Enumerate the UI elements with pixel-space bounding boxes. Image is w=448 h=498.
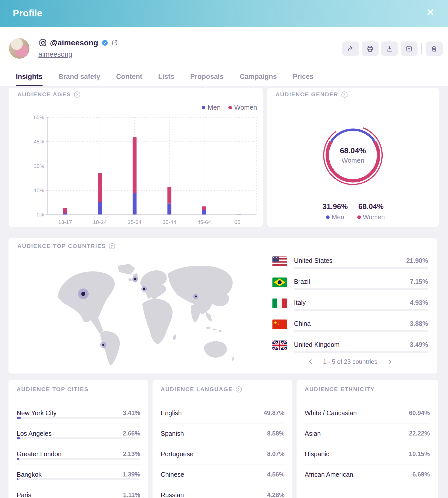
ages-card-title-row: AUDIENCE AGES ? [17, 91, 80, 98]
tab-bar: Insights Brand safety Content Lists Prop… [0, 72, 448, 86]
trash-icon [431, 45, 438, 52]
audience-gender-card: AUDIENCE GENDER ? 68.04% Women 31.96% Me… [267, 88, 439, 227]
instagram-icon [39, 39, 47, 47]
svg-text:0%: 0% [37, 212, 44, 217]
tab-proposals[interactable]: Proposals [190, 73, 224, 86]
close-icon[interactable]: ✕ [426, 7, 435, 17]
men-dot-icon [202, 106, 205, 109]
download-icon [386, 45, 393, 52]
svg-text:45-64: 45-64 [197, 219, 211, 225]
print-button[interactable] [362, 42, 379, 56]
city-row: Los Angeles2.66% [17, 423, 140, 444]
progress-track [17, 458, 140, 460]
svg-text:25-34: 25-34 [128, 219, 141, 225]
profile-handle-row: @aimeesong [39, 38, 118, 47]
flag-it-icon [272, 298, 287, 308]
help-icon[interactable]: ? [341, 91, 348, 98]
city-row: Greater London2.13% [17, 444, 140, 464]
countries-card-title-row: AUDIENCE TOP COUNTRIES ? [17, 243, 115, 250]
progress-fill [17, 478, 18, 480]
svg-text:60%: 60% [34, 115, 44, 120]
country-row: United Kingdom 3.49% [272, 336, 428, 357]
gender-card-title-row: AUDIENCE GENDER ? [276, 91, 348, 98]
tab-insights[interactable]: Insights [16, 73, 43, 86]
help-icon[interactable]: ? [236, 386, 242, 392]
ethnicity-list: White / Caucasian60.94% Asian22.22% Hisp… [305, 403, 430, 485]
women-dot-icon [228, 106, 232, 109]
cities-card-title: AUDIENCE TOP CITIES [17, 386, 88, 393]
svg-text:35-44: 35-44 [162, 219, 176, 225]
gender-center-label: Women [341, 157, 364, 164]
language-row: Chinese4.56% [161, 464, 284, 485]
modal-header: Profile ✕ [0, 0, 448, 27]
svg-text:30%: 30% [34, 163, 44, 169]
language-card-title-row: AUDIENCE LANGUAGE ? [161, 386, 242, 393]
tab-prices[interactable]: Prices [293, 73, 313, 86]
cities-list: New York City3.41% Los Angeles2.66% Grea… [17, 403, 140, 498]
progress-fill [17, 437, 20, 439]
ethnicity-card-title: AUDIENCE ETHNICITY [305, 386, 375, 393]
city-row: Bangkok1.39% [17, 464, 140, 485]
legend-item-men: Men [202, 103, 221, 111]
help-icon[interactable]: ? [109, 243, 115, 249]
progress-track [17, 417, 140, 419]
modal-title: Profile [13, 8, 42, 19]
avatar [9, 38, 29, 59]
svg-text:13-17: 13-17 [58, 219, 72, 225]
countries-pagination: 1 - 5 of 23 countries [272, 358, 428, 365]
ethnicity-row: Hispanic10.15% [305, 444, 430, 464]
share-icon [347, 45, 354, 52]
legend-item-women: Women [228, 103, 257, 111]
countries-list: United States 21.90% Brazil 7.15% Italy … [272, 252, 428, 357]
flag-cn-icon [272, 319, 287, 329]
country-row: China 3.88% [272, 315, 428, 336]
country-row: Italy 4.93% [272, 294, 428, 315]
world-map [52, 259, 237, 366]
download-button[interactable] [381, 42, 398, 56]
profile-handle: @aimeesong [50, 38, 98, 47]
username-link[interactable]: aimeesong [38, 50, 72, 58]
progress-fill [17, 458, 19, 460]
external-link-icon[interactable] [111, 39, 118, 46]
tab-lists[interactable]: Lists [158, 73, 174, 86]
progress-track [294, 309, 428, 311]
gender-center-value: 68.04% [340, 146, 366, 155]
flag-br-icon [272, 277, 287, 287]
svg-text:65+: 65+ [234, 219, 243, 225]
progress-track [294, 267, 428, 269]
women-dot-icon [357, 215, 361, 219]
help-icon[interactable]: ? [74, 91, 80, 98]
progress-track [294, 351, 428, 353]
flag-uk-icon [272, 340, 287, 350]
svg-text:18-24: 18-24 [93, 219, 107, 225]
svg-text:15%: 15% [34, 188, 44, 193]
tab-campaigns[interactable]: Campaigns [240, 73, 277, 86]
language-row: Portuguese8.07% [161, 444, 284, 464]
progress-track [294, 288, 428, 290]
pagination-label: 1 - 5 of 23 countries [323, 358, 377, 365]
city-row: New York City3.41% [17, 403, 140, 423]
country-row: Brazil 7.15% [272, 273, 428, 294]
delete-button[interactable] [426, 42, 443, 56]
gender-card-title: AUDIENCE GENDER [276, 91, 338, 98]
language-list: English49.87% Spanish8.58% Portuguese8.0… [161, 403, 284, 498]
flag-us-icon [272, 256, 287, 266]
language-row: English49.87% [161, 403, 284, 423]
men-dot-icon [326, 215, 330, 219]
language-row: Spanish8.58% [161, 423, 284, 444]
previous-page-icon[interactable] [308, 359, 314, 365]
donut-center: 68.04% Women [320, 122, 386, 189]
progress-track [17, 478, 140, 480]
share-button[interactable] [342, 42, 359, 56]
gender-stat-men: 31.96% Men [320, 202, 351, 221]
ages-legend: Men Women [202, 103, 257, 111]
language-row: Russian4.28% [161, 485, 284, 498]
toolbar [342, 42, 443, 56]
tab-content[interactable]: Content [116, 73, 142, 86]
tab-brand-safety[interactable]: Brand safety [58, 73, 100, 86]
add-to-list-button[interactable] [401, 42, 418, 56]
profile-modal: Profile ✕ @aimeesong aimeesong [0, 0, 448, 498]
next-page-icon[interactable] [387, 359, 393, 365]
progress-track [294, 330, 428, 332]
countries-card-title: AUDIENCE TOP COUNTRIES [17, 243, 106, 250]
